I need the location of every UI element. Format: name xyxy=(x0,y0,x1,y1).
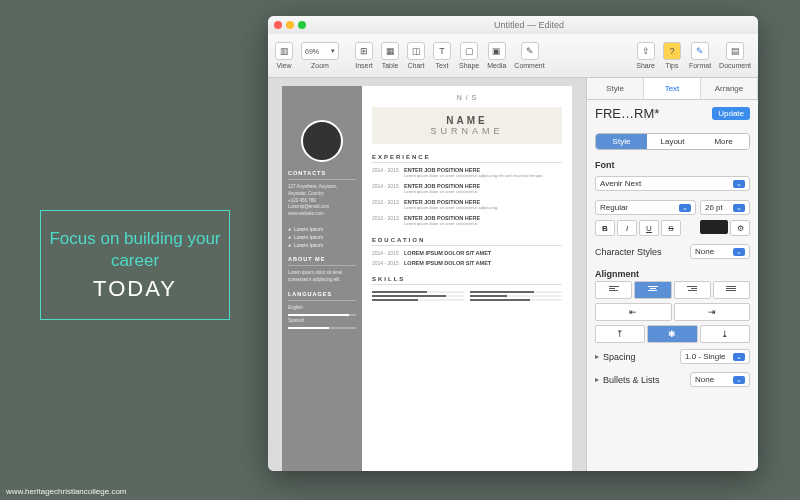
strike-button[interactable]: S xyxy=(661,220,681,236)
alignment-label: Alignment xyxy=(587,265,758,279)
tab-arrange[interactable]: Arrange xyxy=(701,78,758,99)
titlebar: Untitled — Edited xyxy=(268,16,758,34)
education-heading: EDUCATION xyxy=(372,237,562,243)
chevron-down-icon: ⌄ xyxy=(733,376,745,384)
fullscreen-icon[interactable] xyxy=(298,21,306,29)
about-heading: ABOUT ME xyxy=(288,256,356,262)
bullets-disclosure[interactable]: Bullets & Lists None⌄ xyxy=(587,368,758,391)
edu-item: 2014 - 2015LOREM IPSUM DOLOR SIT AMET xyxy=(372,260,562,266)
resume-main: N / S NAME SURNAME EXPERIENCE 2014 - 201… xyxy=(362,86,572,471)
resume-sidebar: CONTACTS 127 Anywhere, Anytown, Anystate… xyxy=(282,86,362,471)
chart-button[interactable]: ◫Chart xyxy=(404,40,428,71)
chevron-down-icon: ⌄ xyxy=(733,180,745,188)
shape-icon: ▢ xyxy=(460,42,478,60)
promo-box: Focus on building your career TODAY xyxy=(40,210,230,320)
char-styles-label: Character Styles xyxy=(595,247,662,257)
table-icon: ▦ xyxy=(381,42,399,60)
workspace: CONTACTS 127 Anywhere, Anytown, Anystate… xyxy=(268,78,758,471)
social-item: Lorem Ipsum xyxy=(288,242,356,248)
font-family-select[interactable]: Avenir Next⌄ xyxy=(595,176,750,191)
chevron-down-icon: ⌄ xyxy=(733,248,745,256)
seg-style[interactable]: Style xyxy=(596,134,647,149)
seg-layout[interactable]: Layout xyxy=(647,134,698,149)
inspector-panel: Style Text Arrange FRE…RM* Update Style … xyxy=(586,78,758,471)
align-right-button[interactable] xyxy=(674,281,711,299)
inspector-tabs: Style Text Arrange xyxy=(587,78,758,100)
spacing-select[interactable]: 1.0 - Single⌄ xyxy=(680,349,750,364)
indent-right-button[interactable]: ⇥ xyxy=(674,303,751,321)
align-center-button[interactable] xyxy=(634,281,671,299)
promo-line-2: TODAY xyxy=(93,276,177,302)
text-subsegment: Style Layout More xyxy=(595,133,750,150)
chevron-down-icon: ⌄ xyxy=(733,353,745,361)
zoom-icon: 69%▾ xyxy=(301,42,339,60)
app-window: Untitled — Edited ▥View 69%▾Zoom ⊞Insert… xyxy=(268,16,758,471)
monogram: N / S xyxy=(372,94,562,101)
valign-bottom-button[interactable]: ⤓ xyxy=(700,325,750,343)
chevron-down-icon: ⌄ xyxy=(679,204,691,212)
chart-icon: ◫ xyxy=(407,42,425,60)
font-label: Font xyxy=(587,156,758,170)
paragraph-style-name[interactable]: FRE…RM* xyxy=(595,106,708,121)
underline-button[interactable]: U xyxy=(639,220,659,236)
valign-middle-button[interactable]: ✱ xyxy=(647,325,697,343)
experience-heading: EXPERIENCE xyxy=(372,154,562,160)
window-controls xyxy=(274,21,306,29)
promo-line-1: Focus on building your career xyxy=(49,228,221,272)
skills-heading: SKILLS xyxy=(372,276,562,282)
font-size-field[interactable]: 26 pt⌄ xyxy=(700,200,750,215)
text-color-swatch[interactable] xyxy=(700,220,728,234)
canvas[interactable]: CONTACTS 127 Anywhere, Anytown, Anystate… xyxy=(268,78,586,471)
shape-button[interactable]: ▢Shape xyxy=(456,40,482,71)
document-button[interactable]: ▤Document xyxy=(716,40,754,71)
comment-icon: ✎ xyxy=(521,42,539,60)
share-icon: ⇪ xyxy=(637,42,655,60)
tab-text[interactable]: Text xyxy=(644,78,701,99)
spacing-disclosure[interactable]: Spacing 1.0 - Single⌄ xyxy=(587,345,758,368)
bullets-select[interactable]: None⌄ xyxy=(690,372,750,387)
char-style-select[interactable]: None⌄ xyxy=(690,244,750,259)
align-justify-button[interactable] xyxy=(713,281,750,299)
gear-icon[interactable]: ⚙ xyxy=(730,220,750,236)
window-title: Untitled — Edited xyxy=(306,20,752,30)
tab-style[interactable]: Style xyxy=(587,78,644,99)
job-item: 2014 - 2015ENTER JOB POSITION HERELorem … xyxy=(372,183,562,195)
watermark: www.heritagechristiancollege.com xyxy=(6,487,127,496)
tips-button[interactable]: ?Tips xyxy=(660,40,684,71)
italic-button[interactable]: I xyxy=(617,220,637,236)
format-button[interactable]: ✎Format xyxy=(686,40,714,71)
social-item: Lorem Ipsum xyxy=(288,234,356,240)
contacts-heading: CONTACTS xyxy=(288,170,356,176)
toolbar: ▥View 69%▾Zoom ⊞Insert ▦Table ◫Chart TTe… xyxy=(268,34,758,78)
font-style-select[interactable]: Regular⌄ xyxy=(595,200,696,215)
zoom-control[interactable]: 69%▾Zoom xyxy=(298,40,342,71)
bold-button[interactable]: B xyxy=(595,220,615,236)
job-item: 2014 - 2015ENTER JOB POSITION HERELorem … xyxy=(372,167,562,179)
name-block: NAME SURNAME xyxy=(372,107,562,144)
resume-document[interactable]: CONTACTS 127 Anywhere, Anytown, Anystate… xyxy=(282,86,572,471)
social-item: Lorem Ipsum xyxy=(288,226,356,232)
align-left-button[interactable] xyxy=(595,281,632,299)
languages-heading: LANGUAGES xyxy=(288,291,356,297)
tips-icon: ? xyxy=(663,42,681,60)
update-button[interactable]: Update xyxy=(712,107,750,120)
view-button[interactable]: ▥View xyxy=(272,40,296,71)
close-icon[interactable] xyxy=(274,21,282,29)
minimize-icon[interactable] xyxy=(286,21,294,29)
stepper-icon: ⌄ xyxy=(733,204,745,212)
share-button[interactable]: ⇪Share xyxy=(633,40,658,71)
view-icon: ▥ xyxy=(275,42,293,60)
indent-left-button[interactable]: ⇤ xyxy=(595,303,672,321)
text-icon: T xyxy=(433,42,451,60)
seg-more[interactable]: More xyxy=(698,134,749,149)
valign-top-button[interactable]: ⤒ xyxy=(595,325,645,343)
document-icon: ▤ xyxy=(726,42,744,60)
media-button[interactable]: ▣Media xyxy=(484,40,509,71)
table-button[interactable]: ▦Table xyxy=(378,40,402,71)
edu-item: 2014 - 2015LOREM IPSUM DOLOR SIT AMET xyxy=(372,250,562,256)
insert-icon: ⊞ xyxy=(355,42,373,60)
comment-button[interactable]: ✎Comment xyxy=(511,40,547,71)
text-button[interactable]: TText xyxy=(430,40,454,71)
avatar xyxy=(301,120,343,162)
insert-button[interactable]: ⊞Insert xyxy=(352,40,376,71)
